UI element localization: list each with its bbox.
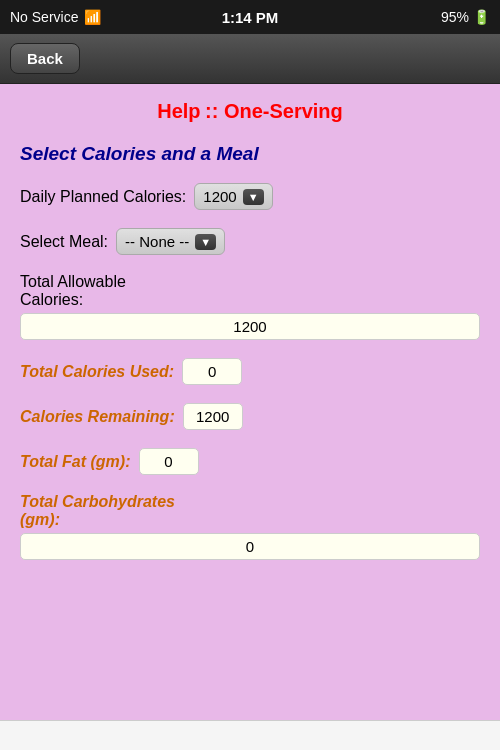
title-help: Help <box>157 100 200 122</box>
page-title: Help :: One-Serving <box>20 100 480 123</box>
no-service-text: No Service <box>10 9 78 25</box>
total-calories-used-value: 0 <box>182 358 242 385</box>
status-bar: No Service 📶 1:14 PM 95% 🔋 <box>0 0 500 34</box>
total-calories-used-label: Total Calories Used: <box>20 363 174 381</box>
daily-calories-value: 1200 <box>203 188 236 205</box>
battery-percent: 95% <box>441 9 469 25</box>
total-carbs-row: Total Carbohydrates(gm): 0 <box>20 493 480 560</box>
total-fat-row: Total Fat (gm): 0 <box>20 448 480 475</box>
status-time: 1:14 PM <box>222 9 279 26</box>
status-right: 95% 🔋 <box>441 9 490 25</box>
select-meal-arrow[interactable]: ▼ <box>195 234 216 250</box>
calories-remaining-row: Calories Remaining: 1200 <box>20 403 480 430</box>
total-fat-label: Total Fat (gm): <box>20 453 131 471</box>
select-meal-label: Select Meal: <box>20 233 108 251</box>
total-calories-used-row: Total Calories Used: 0 <box>20 358 480 385</box>
total-allowable-row: Total AllowableCalories: 1200 <box>20 273 480 340</box>
daily-calories-row: Daily Planned Calories: 1200 ▼ <box>20 183 480 210</box>
total-fat-value: 0 <box>139 448 199 475</box>
bottom-bar <box>0 720 500 750</box>
title-separator: :: <box>205 100 224 122</box>
select-meal-select[interactable]: -- None -- ▼ <box>116 228 225 255</box>
calories-remaining-label: Calories Remaining: <box>20 408 175 426</box>
back-button[interactable]: Back <box>10 43 80 74</box>
calories-remaining-value: 1200 <box>183 403 243 430</box>
status-left: No Service 📶 <box>10 9 101 25</box>
total-carbs-label: Total Carbohydrates(gm): <box>20 493 480 529</box>
select-meal-row: Select Meal: -- None -- ▼ <box>20 228 480 255</box>
section-header: Select Calories and a Meal <box>20 143 480 165</box>
select-meal-value: -- None -- <box>125 233 189 250</box>
total-carbs-value: 0 <box>20 533 480 560</box>
nav-bar: Back <box>0 34 500 84</box>
daily-calories-select[interactable]: 1200 ▼ <box>194 183 272 210</box>
daily-calories-arrow[interactable]: ▼ <box>243 189 264 205</box>
battery-icon: 🔋 <box>473 9 490 25</box>
total-allowable-label: Total AllowableCalories: <box>20 273 480 309</box>
total-allowable-value: 1200 <box>20 313 480 340</box>
title-sub: One-Serving <box>224 100 343 122</box>
wifi-icon: 📶 <box>84 9 101 25</box>
main-content: Help :: One-Serving Select Calories and … <box>0 84 500 750</box>
daily-calories-label: Daily Planned Calories: <box>20 188 186 206</box>
